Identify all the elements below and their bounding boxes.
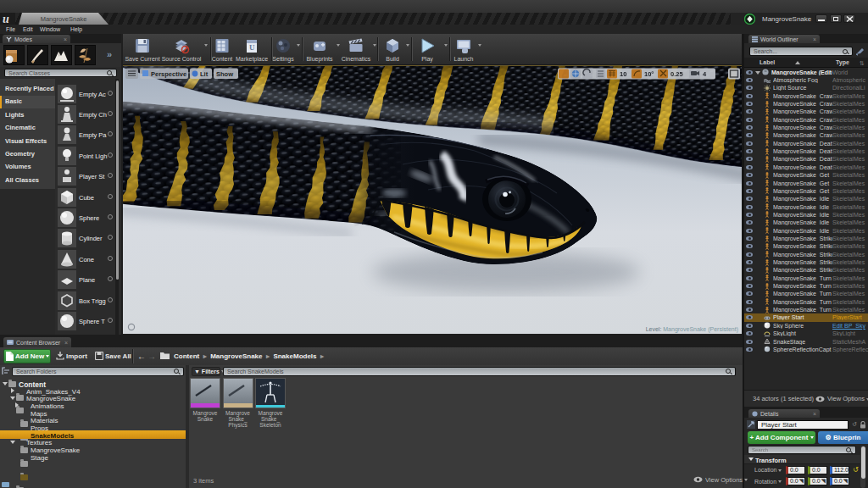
svg-text:u: u [3,13,9,25]
svg-text:Perspective: Perspective [151,70,186,78]
svg-text:Level: MangroveSnake (Persiste: Level: MangroveSnake (Persistent) [646,326,738,333]
svg-text:Show: Show [216,70,233,78]
svg-text:0.25: 0.25 [670,70,683,78]
svg-text:U: U [249,43,255,52]
svg-text:Lit: Lit [200,70,209,78]
svg-text:10: 10 [620,70,626,78]
svg-text:10°: 10° [644,70,654,78]
